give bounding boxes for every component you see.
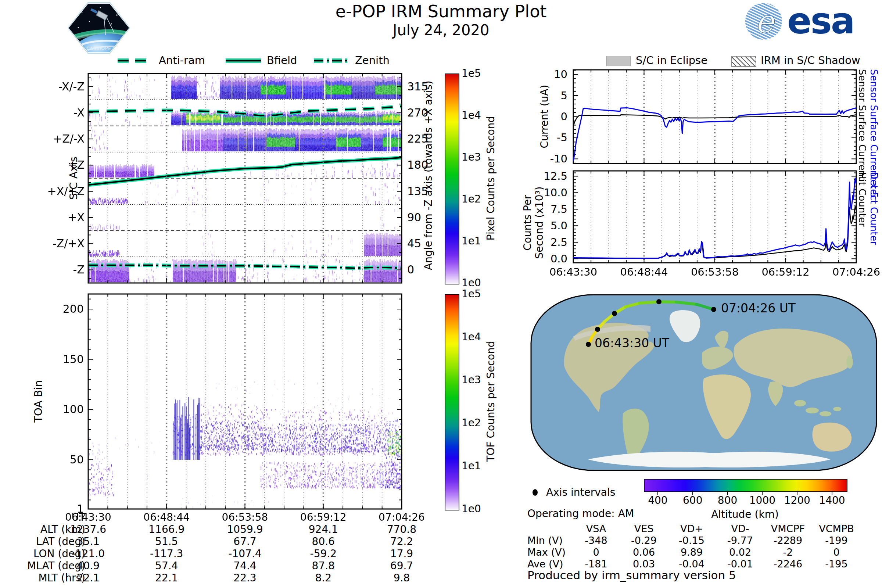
- attitude-band-label: +Z: [68, 159, 84, 171]
- time-table-cell: 51.5: [155, 536, 178, 548]
- time-table-cell: 22.1: [155, 572, 178, 584]
- counts-plot-canvas: [568, 166, 861, 268]
- axis-interval-dot: [595, 327, 600, 332]
- voltage-table-cell: -199: [825, 535, 848, 546]
- altitude-tick: 600: [683, 495, 702, 506]
- attitude-angle-tick: 90: [407, 212, 421, 224]
- counts-xtick: 06:53:58: [691, 266, 739, 278]
- time-table-cell: 40.9: [77, 560, 100, 572]
- attitude-angle-tick: 0: [407, 264, 414, 276]
- time-table-cell: 22.3: [233, 572, 256, 584]
- time-table-cell: 1166.9: [148, 524, 184, 536]
- cassiope-mission-patch-icon: CASSIOPE: [67, 1, 130, 55]
- time-table-cell: 8.2: [315, 572, 332, 584]
- attitude-band-label: -X: [74, 106, 84, 119]
- attitude-band-label: +X/+Z: [47, 185, 84, 198]
- current-plot-canvas: [568, 64, 861, 169]
- tof-colorbar-tick: 1e3: [462, 374, 481, 386]
- esa-logo-icon: e: [744, 2, 784, 40]
- current-ytick: 0: [561, 111, 567, 123]
- page: e-POP IRM Summary Plot July 24, 2020: [0, 0, 882, 588]
- counts-xtick: 06:59:12: [762, 266, 809, 278]
- voltage-table-column-header: VD+: [680, 523, 703, 534]
- anti-ram-line-icon: [117, 58, 154, 63]
- voltage-table-cell: 0.03: [633, 558, 655, 570]
- altitude-tick: 800: [718, 495, 737, 506]
- esa-wordmark: esa: [787, 3, 854, 39]
- track-start-label: 06:43:30 UT: [595, 338, 669, 349]
- axis-interval-dot: [586, 342, 591, 347]
- toa-ytick: 200: [63, 303, 84, 315]
- toa-ytick: 100: [63, 403, 84, 416]
- attitude-angle-tick: 225: [407, 133, 428, 145]
- counts-xtick: 06:43:30: [549, 266, 597, 278]
- legend-label-anti-ram: Anti-ram: [159, 54, 205, 66]
- time-table-cell: 80.6: [312, 536, 335, 548]
- pixel-colorbar-label: Pixel Counts per Second: [485, 86, 497, 270]
- voltage-table-column-header: VES: [634, 523, 654, 534]
- cassiope-label: CASSIOPE: [86, 46, 111, 51]
- voltage-table-column-header: VMCPF: [771, 523, 805, 534]
- toa-ytick: 150: [63, 353, 84, 366]
- attitude-legend: Anti-ram Bfield Zenith: [110, 54, 404, 67]
- legend-label-bfield: Bfield: [267, 54, 297, 66]
- track-end-label: 07:04:26 UT: [721, 303, 796, 314]
- tof-colorbar: [445, 294, 459, 510]
- voltage-table-cell: -348: [585, 535, 607, 546]
- voltage-table-cell: -0.01: [727, 558, 753, 570]
- attitude-spectrogram-canvas: [83, 68, 407, 288]
- current-ytick: 5: [561, 90, 567, 102]
- voltage-table-cell: 9.89: [681, 546, 703, 558]
- tof-colorbar-tick: 1e1: [462, 460, 481, 472]
- counts-ytick: 5.0: [550, 220, 567, 232]
- sensor-surface-current-label: Sensor Surface Current: [856, 69, 868, 180]
- time-table-cell: 74.4: [233, 560, 256, 572]
- zenith-line-icon: [313, 58, 350, 63]
- time-table-cell: 72.2: [390, 536, 413, 548]
- time-table-cell: 69.7: [390, 560, 413, 572]
- pixel-colorbar-tick: 1e1: [462, 235, 481, 247]
- orbit-track-segment: [639, 302, 659, 303]
- time-table-cell: 770.8: [387, 524, 416, 536]
- attitude-ylabel: S/C Axis: [68, 105, 80, 252]
- current-ytick: 10: [554, 68, 567, 81]
- altitude-colorbar: [644, 479, 848, 492]
- pixel-colorbar-tick: 1e3: [462, 152, 481, 163]
- current-ytick: -10: [550, 153, 567, 165]
- hit-counter-label: Hit Counter: [856, 172, 868, 227]
- axis-interval-dot-icon: [531, 488, 540, 497]
- voltage-table-cell: -9.77: [727, 535, 753, 546]
- attitude-angle-tick: 180: [407, 159, 428, 171]
- tof-colorbar-tick: 1e4: [462, 331, 481, 343]
- attitude-band-label: -Z: [73, 264, 84, 276]
- voltage-table-cell: 0: [833, 546, 839, 558]
- time-table-cell: 22.1: [77, 572, 100, 584]
- altitude-tick: 400: [648, 495, 668, 506]
- time-table-cell: -59.2: [310, 548, 337, 560]
- counts-ylabel-line1: Counts Per: [522, 149, 534, 296]
- toa-ytick: 50: [70, 453, 84, 466]
- tof-colorbar-tick: 1e2: [462, 417, 481, 429]
- counts-ytick: 7.5: [550, 203, 567, 215]
- attitude-angle-tick: 45: [407, 237, 421, 250]
- time-table-cell: 06:53:58: [222, 512, 268, 524]
- attitude-band-label: +X: [68, 212, 84, 224]
- altitude-tick: 1000: [749, 495, 776, 506]
- counts-ytick: 10.0: [543, 187, 567, 199]
- voltage-table-cell: -2: [783, 546, 793, 558]
- time-table-cell: -117.3: [150, 548, 183, 560]
- time-table-cell: 87.8: [312, 560, 335, 572]
- attitude-band-label: -X/-Z: [58, 81, 84, 93]
- attitude-angle-tick: 135: [407, 185, 428, 198]
- time-table-cell: 1237.6: [70, 524, 106, 536]
- voltage-table-row-label: Max (V): [527, 546, 566, 558]
- pixel-colorbar-tick: 1e2: [462, 193, 481, 205]
- voltage-table-cell: -2289: [774, 535, 802, 546]
- pixel-colorbar-tick: 1e5: [462, 68, 481, 80]
- tof-colorbar-tick: 1e0: [462, 503, 481, 515]
- voltage-table-column-header: VSA: [586, 523, 606, 534]
- axis-intervals-label: Axis intervals: [546, 487, 615, 498]
- axis-interval-dot: [656, 299, 662, 304]
- time-table-cell: 924.1: [309, 524, 338, 536]
- legend-label-zenith: Zenith: [355, 54, 390, 66]
